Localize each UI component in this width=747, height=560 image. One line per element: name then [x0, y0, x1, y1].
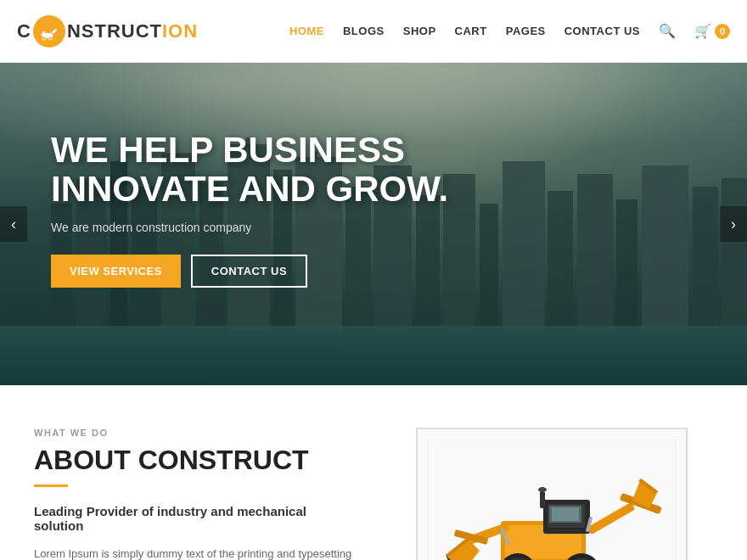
hero-subtitle: We are modern construction company — [51, 221, 448, 234]
svg-rect-24 — [642, 165, 688, 331]
svg-rect-19 — [480, 204, 498, 331]
hero-water — [0, 326, 747, 385]
about-section: WHAT WE DO ABOUT CONSTRUCT Leading Provi… — [0, 385, 747, 560]
svg-point-36 — [538, 487, 547, 492]
hero-buttons: VIEW SERVICES CONTACT US — [51, 255, 448, 288]
about-right — [390, 428, 713, 560]
hero-title: WE HELP BUSINESS INNOVATE AND GROW. — [51, 131, 448, 209]
svg-point-37 — [499, 553, 536, 560]
nav-shop[interactable]: SHOP — [403, 25, 436, 37]
about-title: ABOUT CONSTRUCT — [34, 445, 357, 476]
about-lead: Leading Provider of industry and mechani… — [34, 504, 357, 533]
about-left: WHAT WE DO ABOUT CONSTRUCT Leading Provi… — [34, 428, 357, 560]
about-underline — [34, 484, 68, 487]
about-what-label: WHAT WE DO — [34, 428, 357, 438]
hero-next-button[interactable]: › — [720, 206, 747, 242]
logo-ion: ION — [162, 20, 198, 42]
svg-rect-32 — [548, 504, 585, 528]
equipment-frame — [416, 428, 688, 560]
svg-rect-35 — [540, 491, 545, 508]
svg-rect-2 — [41, 34, 43, 36]
svg-rect-25 — [693, 187, 718, 331]
hero-section: WE HELP BUSINESS INNOVATE AND GROW. We a… — [0, 63, 747, 385]
logo-c: C — [17, 20, 31, 42]
svg-point-41 — [563, 553, 600, 560]
svg-rect-49 — [587, 502, 636, 535]
svg-rect-33 — [549, 506, 581, 523]
svg-rect-21 — [548, 191, 573, 331]
svg-rect-34 — [552, 507, 579, 521]
cart-icon: 🛒 — [694, 23, 711, 39]
svg-rect-20 — [503, 161, 545, 331]
logo-icon — [33, 15, 65, 48]
logo-onstruction: NSTRUCT — [67, 20, 162, 42]
svg-rect-47 — [467, 523, 509, 545]
hero-prev-button[interactable]: ‹ — [0, 206, 27, 242]
search-icon[interactable]: 🔍 — [659, 23, 676, 39]
nav-cart[interactable]: CART — [455, 25, 487, 37]
view-services-button[interactable]: VIEW SERVICES — [51, 255, 181, 288]
svg-rect-22 — [577, 174, 613, 331]
svg-rect-23 — [616, 199, 637, 331]
about-body: Lorem Ipsum is simply dummy text of the … — [34, 545, 357, 560]
header: C NSTRUCTION HOME BLOGS SHOP CART PAGES … — [0, 0, 747, 63]
cart-badge: 0 — [715, 24, 730, 39]
svg-rect-29 — [501, 521, 586, 560]
svg-point-4 — [48, 36, 52, 40]
main-nav: HOME BLOGS SHOP CART PAGES CONTACT US 🔍 … — [289, 23, 730, 39]
svg-rect-48 — [454, 529, 489, 545]
cart-button[interactable]: 🛒 0 — [694, 23, 730, 39]
svg-rect-26 — [722, 178, 747, 331]
nav-blogs[interactable]: BLOGS — [343, 25, 385, 37]
logo-text: NSTRUCTION — [67, 20, 198, 42]
svg-rect-30 — [505, 525, 581, 559]
nav-home[interactable]: HOME — [289, 25, 324, 37]
hero-content: WE HELP BUSINESS INNOVATE AND GROW. We a… — [51, 131, 448, 288]
svg-rect-51 — [500, 528, 510, 545]
nav-pages[interactable]: PAGES — [506, 25, 546, 37]
svg-point-3 — [42, 36, 46, 40]
contact-us-button[interactable]: CONTACT US — [191, 255, 307, 288]
svg-rect-31 — [543, 500, 590, 534]
nav-contact[interactable]: CONTACT US — [564, 25, 640, 37]
svg-rect-50 — [620, 493, 662, 515]
logo[interactable]: C NSTRUCTION — [17, 15, 198, 48]
svg-rect-52 — [586, 517, 593, 532]
backhoe-illustration — [441, 453, 662, 560]
